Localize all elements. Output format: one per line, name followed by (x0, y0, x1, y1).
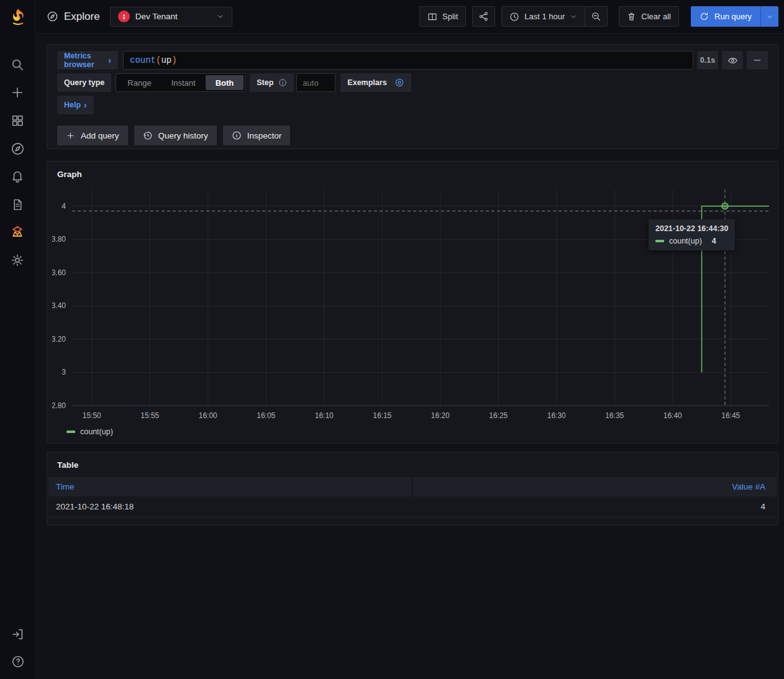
explore-title: Explore (47, 11, 100, 23)
svg-text:15:50: 15:50 (83, 411, 101, 420)
svg-text:3.40: 3.40 (52, 301, 66, 310)
chevron-right-icon: › (84, 100, 87, 110)
explore-content: Metrics browser › count(up) 0.1s Query t… (35, 34, 784, 679)
tooltip-series-swatch (655, 240, 664, 242)
zoom-out-time-button[interactable] (585, 6, 608, 27)
remove-query-button[interactable] (747, 51, 768, 70)
graph-panel: Graph 15:5015:5516:0016:0516:1016:1516:2… (47, 161, 778, 444)
legend-item[interactable]: count(up) (66, 427, 768, 436)
clear-all-button[interactable]: Clear all (619, 6, 679, 27)
configuration-gear-icon[interactable] (10, 253, 25, 268)
time-range-label: Last 1 hour (524, 12, 565, 21)
refresh-sync-icon (700, 12, 709, 21)
tooltip-timestamp: 2021-10-22 16:44:30 (655, 224, 728, 233)
split-label: Split (442, 12, 458, 21)
time-range-button[interactable]: Last 1 hour (501, 6, 585, 27)
svg-text:4: 4 (62, 202, 66, 211)
datasource-icon (118, 11, 130, 22)
create-plus-icon[interactable] (10, 85, 25, 100)
grafana-flame-icon (9, 7, 27, 26)
svg-text:2.80: 2.80 (52, 401, 66, 410)
info-circle-icon (232, 130, 242, 140)
table-body: 2021-10-22 16:48:184 (48, 496, 777, 517)
history-icon (143, 130, 153, 140)
results-table: Time Value #A 2021-10-22 16:48:184 (48, 477, 777, 517)
table-header-value[interactable]: Value #A (413, 477, 777, 496)
table-header-row: Time Value #A (48, 477, 777, 496)
add-query-button[interactable]: Add query (57, 125, 128, 145)
inspector-button[interactable]: Inspector (223, 125, 291, 145)
chevron-down-icon (766, 13, 773, 21)
query-type-toggle: Range Instant Both (116, 73, 245, 92)
top-navbar: Explore Dev Tenant Split Last 1 hour (35, 0, 784, 34)
info-icon (278, 78, 287, 87)
svg-text:16:35: 16:35 (605, 411, 624, 420)
clock-icon (509, 12, 519, 22)
query-type-range[interactable]: Range (117, 75, 161, 90)
zoom-out-icon (591, 11, 601, 22)
graph-chart-area[interactable]: 15:5015:5516:0016:0516:1016:1516:2016:25… (52, 185, 769, 426)
minus-icon (752, 55, 762, 65)
run-query-button[interactable]: Run query (691, 6, 760, 27)
chevron-right-icon: › (108, 55, 111, 65)
mimir-plugin-icon[interactable] (10, 225, 25, 240)
query-token-arg: up (161, 55, 171, 65)
svg-text:3.60: 3.60 (52, 268, 66, 277)
table-panel: Table Time Value #A 2021-10-22 16:48:184 (47, 452, 778, 526)
table-panel-title: Table (57, 460, 777, 470)
svg-text:16:45: 16:45 (721, 411, 740, 420)
query-type-instant[interactable]: Instant (162, 75, 206, 90)
query-duration-badge: 0.1s (697, 51, 718, 70)
svg-text:16:10: 16:10 (315, 411, 334, 420)
datasource-picker[interactable]: Dev Tenant (110, 7, 232, 27)
toggle-visibility-button[interactable] (722, 51, 743, 70)
chevron-down-icon (216, 12, 224, 21)
docs-document-icon[interactable] (10, 197, 25, 212)
split-panes-icon (427, 12, 437, 22)
query-type-both[interactable]: Both (206, 75, 244, 90)
run-query-options-button[interactable] (760, 6, 778, 27)
alerting-bell-icon[interactable] (10, 169, 25, 184)
share-button[interactable] (472, 6, 495, 27)
help-button[interactable]: Help › (57, 96, 94, 114)
svg-text:15:55: 15:55 (140, 411, 159, 420)
time-picker: Last 1 hour (501, 6, 608, 27)
table-row: 2021-10-22 16:48:184 (48, 496, 777, 517)
exemplars-label: Exemplars (347, 78, 386, 87)
query-token-function: count (130, 55, 156, 65)
svg-text:3: 3 (62, 368, 66, 376)
svg-text:3.20: 3.20 (52, 335, 66, 344)
svg-text:16:40: 16:40 (663, 411, 682, 420)
help-icon[interactable] (11, 654, 25, 669)
page-title: Explore (64, 11, 100, 23)
svg-text:16:15: 16:15 (373, 411, 391, 420)
step-label: Step (250, 73, 294, 92)
explore-compass-icon[interactable] (10, 141, 25, 156)
sidebar (0, 0, 35, 679)
plus-icon (66, 131, 75, 140)
run-query-label: Run query (714, 12, 752, 21)
svg-text:16:25: 16:25 (489, 411, 508, 420)
svg-text:16:30: 16:30 (547, 411, 566, 420)
exemplars-toggle[interactable]: Exemplars (340, 73, 411, 92)
sign-in-icon[interactable] (11, 627, 25, 642)
graph-panel-title: Graph (57, 170, 768, 179)
chevron-down-icon (570, 13, 577, 21)
grafana-explore-page: Explore Dev Tenant Split Last 1 hour (0, 0, 784, 679)
search-icon[interactable] (10, 57, 25, 72)
metrics-browser-button[interactable]: Metrics browser › (57, 51, 118, 70)
dashboards-icon[interactable] (10, 113, 25, 128)
table-cell-time: 2021-10-22 16:48:18 (48, 496, 412, 517)
table-cell-value: 4 (413, 496, 777, 517)
help-label: Help (64, 101, 81, 109)
step-label-text: Step (257, 78, 273, 87)
svg-text:3.80: 3.80 (52, 235, 66, 244)
step-input[interactable] (296, 73, 335, 92)
query-input[interactable]: count(up) (123, 51, 693, 70)
split-button[interactable]: Split (419, 6, 466, 27)
query-history-button[interactable]: Query history (134, 125, 217, 145)
nav-actions: Split Last 1 hour Clear all (419, 6, 778, 27)
grafana-logo[interactable] (0, 0, 35, 34)
explore-title-compass-icon (47, 11, 58, 22)
table-header-time[interactable]: Time (48, 477, 412, 496)
